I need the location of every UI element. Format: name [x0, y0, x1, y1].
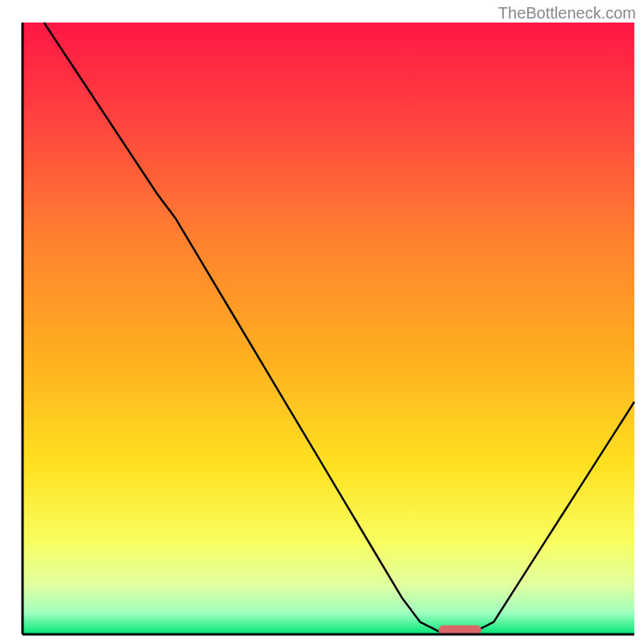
chart-container: TheBottleneck.com: [0, 0, 644, 644]
plot-background: [23, 23, 634, 634]
watermark-text: TheBottleneck.com: [498, 4, 636, 23]
chart-svg: [0, 0, 644, 644]
